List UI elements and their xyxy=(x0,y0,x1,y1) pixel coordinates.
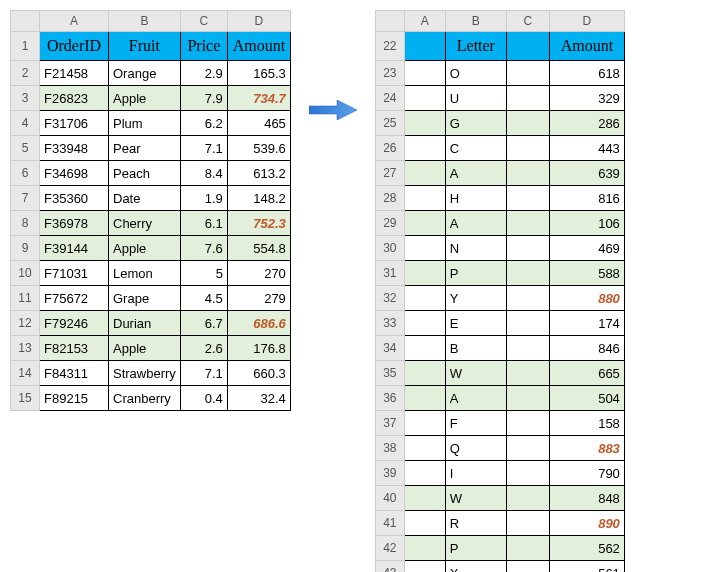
rowhead[interactable]: 4 xyxy=(11,111,40,136)
rowhead[interactable]: 42 xyxy=(375,536,404,561)
cell[interactable] xyxy=(404,286,445,311)
rowhead[interactable]: 24 xyxy=(375,86,404,111)
cell[interactable]: 752.3 xyxy=(227,211,290,236)
cell[interactable]: 883 xyxy=(549,436,624,461)
cell[interactable] xyxy=(404,361,445,386)
cell[interactable]: 270 xyxy=(227,261,290,286)
cell[interactable]: Lemon xyxy=(109,261,181,286)
cell[interactable]: N xyxy=(445,236,506,261)
cell[interactable] xyxy=(506,361,549,386)
cell[interactable]: F79246 xyxy=(40,311,109,336)
cell[interactable]: P xyxy=(445,261,506,286)
cell[interactable]: 6.7 xyxy=(180,311,227,336)
cell[interactable]: 469 xyxy=(549,236,624,261)
rowhead[interactable]: 34 xyxy=(375,336,404,361)
cell[interactable]: Apple xyxy=(109,86,181,111)
cell[interactable]: 7.9 xyxy=(180,86,227,111)
cell[interactable]: 890 xyxy=(549,511,624,536)
cell[interactable]: W xyxy=(445,486,506,511)
cell[interactable] xyxy=(506,311,549,336)
colhead-A[interactable]: A xyxy=(404,11,445,32)
rowhead[interactable]: 37 xyxy=(375,411,404,436)
cell[interactable] xyxy=(506,286,549,311)
cell[interactable]: 618 xyxy=(549,61,624,86)
cell[interactable] xyxy=(404,336,445,361)
rowhead[interactable]: 3 xyxy=(11,86,40,111)
cell[interactable]: 174 xyxy=(549,311,624,336)
cell[interactable] xyxy=(404,486,445,511)
header-price[interactable]: Price xyxy=(180,32,227,61)
cell[interactable]: 554.8 xyxy=(227,236,290,261)
rowhead[interactable]: 9 xyxy=(11,236,40,261)
rowhead[interactable]: 11 xyxy=(11,286,40,311)
rowhead[interactable]: 12 xyxy=(11,311,40,336)
cell[interactable] xyxy=(404,86,445,111)
cell[interactable]: 6.2 xyxy=(180,111,227,136)
cell[interactable] xyxy=(404,436,445,461)
cell[interactable]: 5 xyxy=(180,261,227,286)
cell[interactable] xyxy=(506,486,549,511)
cell[interactable]: F21458 xyxy=(40,61,109,86)
cell[interactable] xyxy=(506,61,549,86)
cell[interactable]: F89215 xyxy=(40,386,109,411)
rowhead[interactable]: 43 xyxy=(375,561,404,573)
cell[interactable]: Durian xyxy=(109,311,181,336)
cell[interactable] xyxy=(506,86,549,111)
cell[interactable] xyxy=(404,211,445,236)
rowhead[interactable]: 32 xyxy=(375,286,404,311)
cell[interactable] xyxy=(404,386,445,411)
cell[interactable]: X xyxy=(445,561,506,573)
rowhead[interactable]: 6 xyxy=(11,161,40,186)
cell[interactable]: I xyxy=(445,461,506,486)
cell[interactable]: 329 xyxy=(549,86,624,111)
cell[interactable]: Q xyxy=(445,436,506,461)
cell[interactable] xyxy=(506,561,549,573)
cell[interactable] xyxy=(506,186,549,211)
cell[interactable]: 504 xyxy=(549,386,624,411)
cell[interactable]: 176.8 xyxy=(227,336,290,361)
cell[interactable]: 7.1 xyxy=(180,136,227,161)
cell[interactable]: Strawberry xyxy=(109,361,181,386)
cell[interactable]: P xyxy=(445,536,506,561)
cell[interactable] xyxy=(506,136,549,161)
cell[interactable] xyxy=(506,511,549,536)
cell[interactable]: 465 xyxy=(227,111,290,136)
colhead-C[interactable]: C xyxy=(506,11,549,32)
cell[interactable] xyxy=(506,536,549,561)
cell[interactable]: 561 xyxy=(549,561,624,573)
rowhead[interactable]: 31 xyxy=(375,261,404,286)
cell[interactable]: 7.6 xyxy=(180,236,227,261)
cell[interactable]: 443 xyxy=(549,136,624,161)
cell[interactable]: Y xyxy=(445,286,506,311)
cell[interactable]: F84311 xyxy=(40,361,109,386)
rowhead[interactable]: 28 xyxy=(375,186,404,211)
rowhead[interactable]: 23 xyxy=(375,61,404,86)
cell[interactable] xyxy=(506,161,549,186)
cell[interactable]: 0.4 xyxy=(180,386,227,411)
cell[interactable] xyxy=(404,236,445,261)
cell[interactable]: O xyxy=(445,61,506,86)
cell[interactable] xyxy=(404,511,445,536)
header-C[interactable] xyxy=(506,32,549,61)
rowhead[interactable]: 13 xyxy=(11,336,40,361)
rowhead[interactable]: 2 xyxy=(11,61,40,86)
cell[interactable]: Plum xyxy=(109,111,181,136)
cell[interactable]: Apple xyxy=(109,236,181,261)
colhead-D[interactable]: D xyxy=(227,11,290,32)
cell[interactable] xyxy=(404,186,445,211)
cell[interactable]: 539.6 xyxy=(227,136,290,161)
cell[interactable] xyxy=(404,161,445,186)
colhead-B[interactable]: B xyxy=(109,11,181,32)
rowhead[interactable]: 10 xyxy=(11,261,40,286)
cell[interactable]: 846 xyxy=(549,336,624,361)
cell[interactable]: 588 xyxy=(549,261,624,286)
header-fruit[interactable]: Fruit xyxy=(109,32,181,61)
cell[interactable]: F xyxy=(445,411,506,436)
cell[interactable]: F71031 xyxy=(40,261,109,286)
cell[interactable] xyxy=(506,261,549,286)
cell[interactable]: 790 xyxy=(549,461,624,486)
cell[interactable]: H xyxy=(445,186,506,211)
cell[interactable]: 6.1 xyxy=(180,211,227,236)
rowhead[interactable]: 1 xyxy=(11,32,40,61)
cell[interactable]: 848 xyxy=(549,486,624,511)
